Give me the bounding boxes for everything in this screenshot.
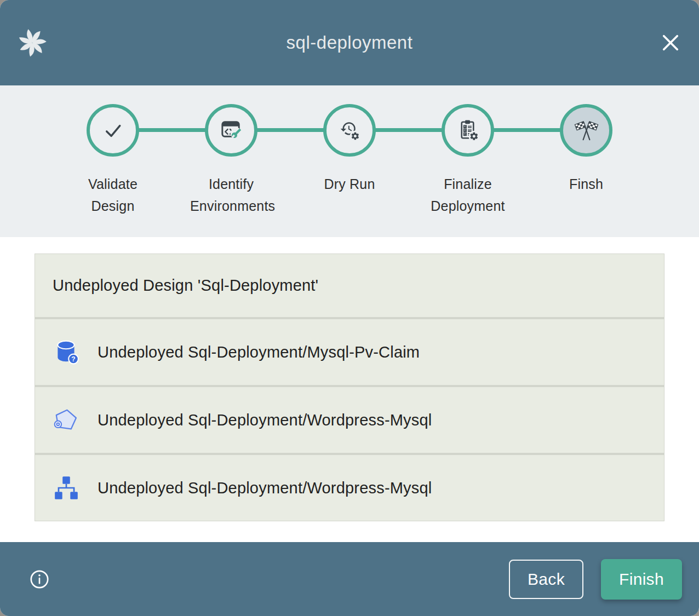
deployment-status-list: Undeployed Design 'Sql-Deployment' ? Und… <box>0 237 699 542</box>
pentagon-badge-icon <box>53 406 80 434</box>
step-circle <box>323 104 376 157</box>
status-text: Undeployed Sql-Deployment/Wordpress-Mysq… <box>98 479 432 497</box>
status-row-wordpress-mysql-1: Undeployed Sql-Deployment/Wordpress-Mysq… <box>35 387 664 453</box>
close-button[interactable] <box>658 31 683 55</box>
status-text: Undeployed Design 'Sql-Deployment' <box>53 277 318 295</box>
meshery-logo-icon <box>18 28 47 57</box>
deployment-wizard-dialog: sql-deployment Validate Design <box>0 0 699 616</box>
status-row-pv-claim: ? Undeployed Sql-Deployment/Mysql-Pv-Cla… <box>35 319 664 385</box>
step-circle <box>442 104 494 157</box>
database-question-icon: ? <box>53 338 80 366</box>
step-validate-design: Validate Design <box>54 104 172 217</box>
history-gear-icon <box>337 118 363 143</box>
dialog-header: sql-deployment <box>0 0 699 85</box>
status-text: Undeployed Sql-Deployment/Wordpress-Mysq… <box>98 411 432 429</box>
status-row-wordpress-mysql-2: Undeployed Sql-Deployment/Wordpress-Mysq… <box>35 455 664 521</box>
clipboard-gear-icon <box>455 118 481 143</box>
tree-topology-icon <box>53 474 80 502</box>
step-dry-run: Dry Run <box>290 104 409 217</box>
stepper: Validate Design Identify Environments <box>0 85 699 237</box>
code-window-wrench-icon <box>219 118 244 143</box>
step-label: Finalize Deployment <box>427 173 509 217</box>
finish-button[interactable]: Finish <box>601 559 682 600</box>
step-identify-environments: Identify Environments <box>172 104 290 217</box>
status-row-design: Undeployed Design 'Sql-Deployment' <box>35 254 664 317</box>
step-circle <box>87 104 139 157</box>
step-finish: Finsh <box>527 104 645 217</box>
step-label: Validate Design <box>72 173 154 217</box>
dialog-title: sql-deployment <box>287 32 413 53</box>
step-circle <box>560 104 612 157</box>
status-text: Undeployed Sql-Deployment/Mysql-Pv-Claim <box>98 343 420 361</box>
step-label: Finsh <box>545 173 627 195</box>
database-question-badge: ? <box>71 355 75 363</box>
step-label: Dry Run <box>308 173 391 195</box>
step-label: Identify Environments <box>190 173 272 217</box>
step-finalize-deployment: Finalize Deployment <box>409 104 527 217</box>
dialog-footer: Back Finish <box>0 542 699 616</box>
back-button[interactable]: Back <box>509 560 583 599</box>
step-circle <box>205 104 257 157</box>
info-button[interactable] <box>29 569 50 590</box>
checkered-flags-icon <box>574 118 599 143</box>
info-icon <box>29 569 50 590</box>
check-icon <box>100 118 126 143</box>
close-icon <box>660 32 681 54</box>
